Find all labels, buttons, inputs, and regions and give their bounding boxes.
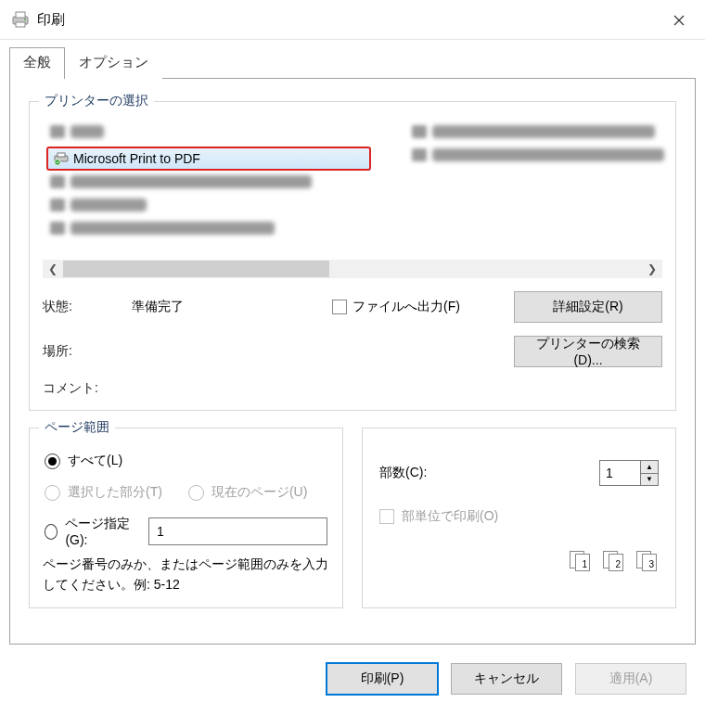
output-to-file-checkbox[interactable] (332, 300, 347, 314)
status-location-label: 場所: (43, 343, 126, 360)
copies-spinner[interactable]: ▲ ▼ (599, 460, 659, 486)
preferences-button[interactable]: 詳細設定(R) (514, 291, 662, 323)
collate-graphic: 1 1 2 2 3 3 (379, 551, 659, 571)
page-range-legend: ページ範囲 (39, 419, 115, 436)
page-range-all-label: すべて(L) (68, 453, 122, 469)
printer-item-redacted[interactable] (412, 121, 672, 142)
status-state-label: 状態: (43, 299, 126, 315)
apply-button: 適用(A) (575, 663, 686, 695)
printer-item-redacted[interactable] (50, 195, 412, 215)
dialog-button-bar: 印刷(P) キャンセル 適用(A) (0, 654, 705, 708)
page-range-pages-input[interactable] (148, 517, 327, 545)
svg-rect-5 (58, 153, 65, 157)
print-button[interactable]: 印刷(P) (327, 663, 438, 695)
printer-item-redacted[interactable] (50, 172, 412, 192)
page-stack-icon: 1 1 (570, 551, 592, 571)
svg-rect-1 (16, 12, 25, 18)
scroll-left-icon[interactable]: ❮ (43, 260, 63, 278)
printer-selection-group: プリンターの選択 (29, 101, 676, 411)
copies-group: 部数(C): ▲ ▼ 部単位で印刷(O) 1 1 (362, 428, 676, 608)
page-range-pages-label: ページ指定(G): (65, 516, 137, 547)
printer-app-icon (7, 6, 33, 32)
printer-item-redacted[interactable] (50, 121, 412, 142)
printer-item-selected[interactable]: Microsoft Print to PDF (46, 147, 371, 171)
printer-list-scrollbar[interactable]: ❮ ❯ (43, 260, 662, 278)
find-printer-button[interactable]: プリンターの検索(D)... (514, 336, 662, 367)
status-state-value: 準備完了 (132, 299, 327, 315)
tab-options[interactable]: オプション (65, 47, 162, 79)
scroll-thumb[interactable] (63, 261, 329, 277)
printer-item-redacted[interactable] (412, 145, 672, 165)
page-range-current-label: 現在のページ(U) (212, 484, 307, 501)
window-title: 印刷 (37, 11, 65, 29)
collate-label: 部単位で印刷(O) (402, 508, 498, 525)
svg-point-3 (24, 19, 26, 20)
copies-spin-up-icon[interactable]: ▲ (641, 461, 658, 474)
page-range-all[interactable]: すべて(L) (45, 453, 327, 469)
collate-checkbox-row: 部単位で印刷(O) (379, 508, 659, 525)
titlebar: 印刷 (0, 0, 705, 40)
collate-checkbox (379, 509, 394, 524)
copies-spin-down-icon[interactable]: ▼ (641, 474, 658, 486)
status-comment-label: コメント: (43, 380, 126, 397)
page-range-current: 現在のページ(U) (188, 484, 307, 501)
tab-panel-general: プリンターの選択 (9, 78, 696, 645)
copies-label: 部数(C): (379, 465, 427, 481)
scroll-track[interactable] (63, 260, 642, 278)
page-range-selection: 選択した部分(T) (45, 484, 162, 501)
page-range-hint: ページ番号のみか、またはページ範囲のみを入力してください。例: 5-12 (43, 555, 329, 594)
page-stack-icon: 3 3 (636, 551, 659, 571)
printer-icon (54, 152, 69, 165)
printer-selection-legend: プリンターの選択 (39, 93, 154, 109)
scroll-right-icon[interactable]: ❯ (642, 260, 662, 278)
page-stack-icon: 2 2 (603, 551, 625, 571)
svg-rect-2 (16, 22, 25, 27)
printer-list[interactable]: Microsoft Print to PDF (43, 119, 662, 258)
cancel-button[interactable]: キャンセル (451, 663, 562, 695)
printer-item-label: Microsoft Print to PDF (73, 151, 200, 166)
copies-input[interactable] (599, 460, 640, 486)
page-range-pages[interactable]: ページ指定(G): (45, 516, 137, 547)
page-range-group: ページ範囲 すべて(L) 選択した部分(T) 現在のページ(U) ページ指 (29, 428, 343, 608)
printer-item-redacted[interactable] (50, 218, 412, 238)
close-button[interactable] (653, 0, 705, 40)
tab-general[interactable]: 全般 (9, 47, 65, 79)
output-to-file-label: ファイルへ出力(F) (352, 299, 460, 315)
page-range-selection-label: 選択した部分(T) (68, 484, 162, 501)
tab-strip: 全般 オプション (0, 40, 705, 79)
